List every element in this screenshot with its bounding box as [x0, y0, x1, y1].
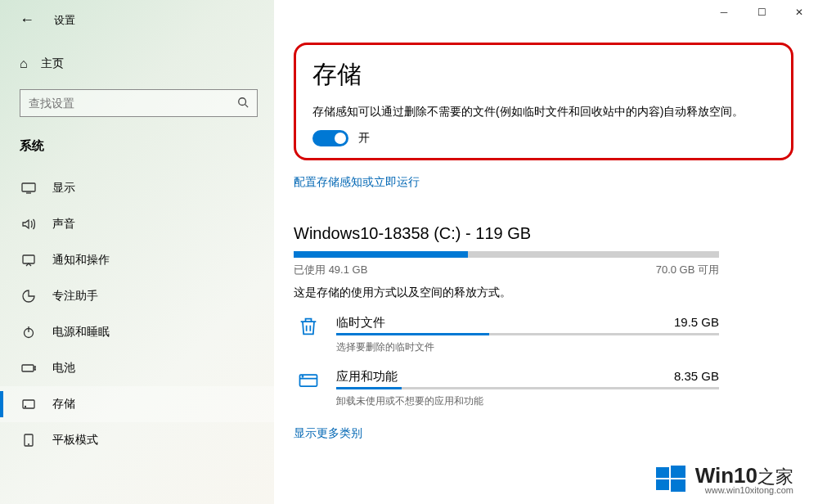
nav-item-storage[interactable]: 存储 — [0, 386, 274, 422]
watermark-url: www.win10xitong.com — [705, 486, 793, 495]
category-bar-fill — [336, 333, 489, 335]
display-icon — [20, 182, 38, 194]
nav-label: 电源和睡眠 — [52, 325, 110, 340]
category-size: 19.5 GB — [674, 315, 719, 331]
nav-item-power[interactable]: 电源和睡眠 — [0, 314, 274, 350]
apps-icon — [294, 369, 323, 408]
page-description: 存储感知可以通过删除不需要的文件(例如临时文件和回收站中的内容)自动释放空间。 — [312, 103, 746, 120]
drive-description: 这是存储的使用方式以及空间的释放方式。 — [294, 286, 793, 300]
svg-point-0 — [239, 97, 246, 105]
category-size: 8.35 GB — [674, 369, 719, 385]
nav-item-battery[interactable]: 电池 — [0, 350, 274, 386]
close-button[interactable]: ✕ — [780, 0, 818, 25]
app-title: 设置 — [54, 13, 75, 28]
svg-line-1 — [245, 104, 249, 107]
nav-label: 显示 — [52, 181, 75, 196]
nav-item-tablet[interactable]: 平板模式 — [0, 422, 274, 458]
svg-rect-7 — [22, 365, 34, 371]
back-button[interactable]: ← — [20, 11, 34, 29]
drive-section: Windows10-18358 (C:) - 119 GB 已使用 49.1 G… — [294, 224, 793, 441]
page-title: 存储 — [312, 58, 775, 92]
storage-sense-toggle[interactable] — [312, 130, 348, 146]
nav-label: 存储 — [52, 397, 75, 412]
storage-sense-highlight: 存储 存储感知可以通过删除不需要的文件(例如临时文件和回收站中的内容)自动释放空… — [294, 43, 793, 160]
nav-label: 平板模式 — [52, 433, 98, 448]
nav-item-display[interactable]: 显示 — [0, 170, 274, 206]
svg-rect-17 — [671, 466, 685, 478]
category-name: 临时文件 — [336, 315, 385, 331]
nav-item-sound[interactable]: 声音 — [0, 206, 274, 242]
storage-sense-toggle-row: 开 — [312, 130, 775, 146]
configure-storage-sense-link[interactable]: 配置存储感知或立即运行 — [294, 175, 420, 190]
storage-icon — [20, 398, 38, 411]
svg-rect-4 — [23, 255, 34, 263]
toggle-label: 开 — [358, 131, 370, 146]
maximize-button[interactable]: ☐ — [743, 0, 780, 25]
used-label: 已使用 49.1 GB — [294, 263, 367, 277]
search-input[interactable] — [29, 97, 237, 110]
nav-label: 通知和操作 — [52, 253, 110, 268]
minimize-button[interactable]: ─ — [705, 0, 743, 25]
watermark: Win10之家 www.win10xitong.com — [654, 462, 793, 497]
free-label: 70.0 GB 可用 — [656, 263, 719, 277]
category-sub: 卸载未使用或不想要的应用和功能 — [336, 394, 719, 408]
battery-icon — [20, 363, 38, 373]
svg-rect-8 — [34, 367, 36, 370]
category-apps[interactable]: 应用和功能 8.35 GB 卸载未使用或不想要的应用和功能 — [294, 369, 719, 408]
trash-icon — [294, 315, 323, 354]
main-content: ─ ☐ ✕ 存储 存储感知可以通过删除不需要的文件(例如临时文件和回收站中的内容… — [274, 0, 818, 504]
windows-logo-icon — [654, 462, 687, 497]
sound-icon — [20, 218, 38, 231]
window-controls: ─ ☐ ✕ — [705, 0, 818, 25]
search-box[interactable] — [20, 89, 258, 117]
drive-usage-labels: 已使用 49.1 GB 70.0 GB 可用 — [294, 263, 719, 277]
svg-rect-2 — [22, 183, 35, 191]
focus-icon — [20, 290, 38, 303]
nav-label: 声音 — [52, 217, 75, 232]
notifications-icon — [20, 254, 38, 267]
power-icon — [20, 326, 38, 339]
svg-rect-18 — [656, 479, 669, 490]
nav-item-focus[interactable]: 专注助手 — [0, 278, 274, 314]
category-name: 应用和功能 — [336, 369, 398, 385]
nav-label: 电池 — [52, 361, 75, 376]
section-title: 系统 — [0, 124, 274, 165]
home-nav[interactable]: ⌂ 主页 — [0, 48, 274, 79]
home-label: 主页 — [41, 56, 64, 71]
sidebar: ← 设置 ⌂ 主页 系统 显示 声音 通知和操作 — [0, 0, 274, 504]
home-icon: ⌂ — [20, 56, 28, 71]
svg-rect-16 — [656, 467, 669, 478]
drive-title: Windows10-18358 (C:) - 119 GB — [294, 224, 793, 243]
drive-usage-bar — [294, 251, 719, 258]
svg-point-10 — [25, 407, 26, 407]
category-bar-fill — [336, 387, 402, 389]
svg-rect-19 — [671, 479, 685, 492]
nav-list: 显示 声音 通知和操作 专注助手 电源和睡眠 电池 — [0, 165, 274, 458]
show-more-categories-link[interactable]: 显示更多类别 — [294, 426, 362, 441]
category-sub: 选择要删除的临时文件 — [336, 340, 719, 354]
nav-item-notifications[interactable]: 通知和操作 — [0, 242, 274, 278]
drive-usage-fill — [294, 251, 468, 258]
tablet-icon — [20, 434, 38, 447]
svg-point-15 — [302, 376, 303, 377]
search-icon — [237, 97, 249, 110]
category-temp-files[interactable]: 临时文件 19.5 GB 选择要删除的临时文件 — [294, 315, 719, 354]
watermark-brand: Win10 — [695, 463, 757, 488]
nav-label: 专注助手 — [52, 289, 98, 304]
watermark-suffix: 之家 — [757, 466, 793, 487]
